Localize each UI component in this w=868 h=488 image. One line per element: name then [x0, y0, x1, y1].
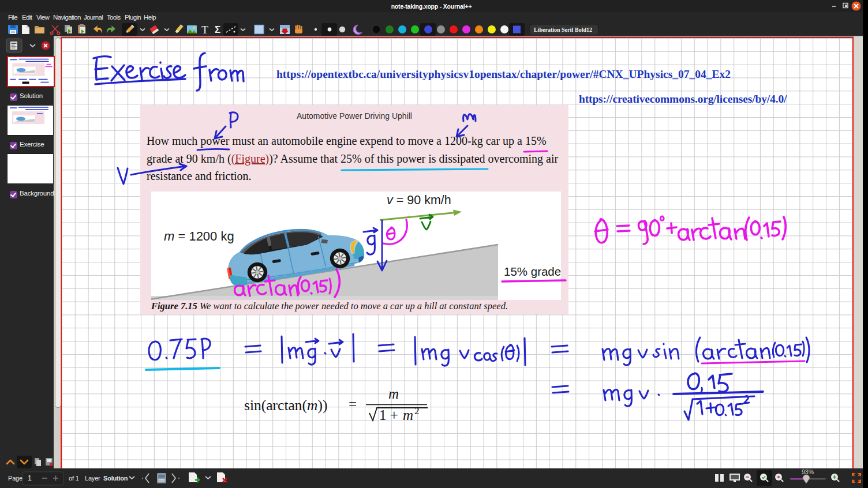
svg-text:sin(arctan(m)): sin(arctan(m)): [244, 397, 327, 414]
svg-text:1 +: 1 +: [379, 407, 398, 423]
svg-text:m: m: [388, 386, 399, 401]
svg-text:93%: 93%: [802, 468, 814, 475]
svg-text:2: 2: [414, 406, 420, 416]
svg-text:m: m: [403, 407, 413, 423]
svg-text:=: =: [349, 396, 357, 412]
svg-text:1: 1: [28, 474, 32, 482]
